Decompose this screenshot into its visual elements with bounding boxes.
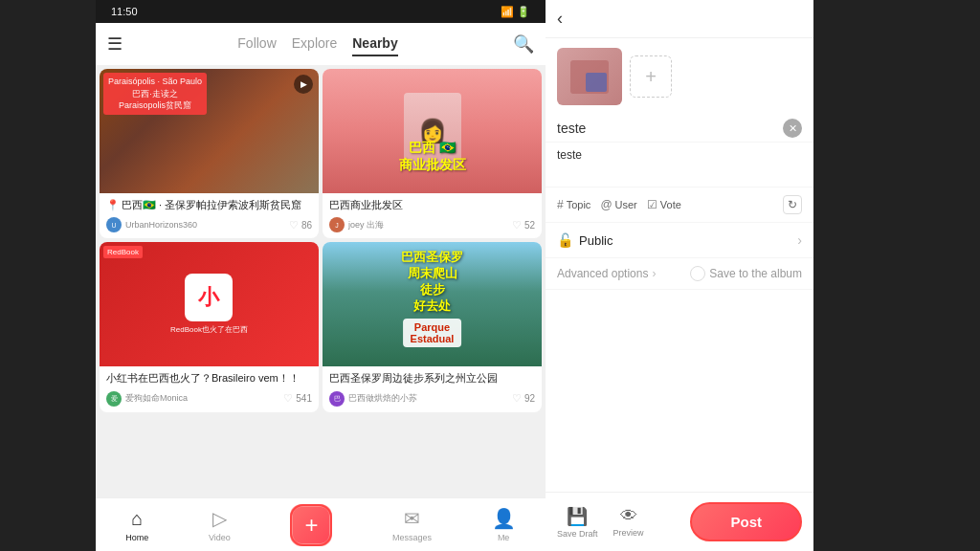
tab-video[interactable]: ▷ Video: [209, 507, 231, 542]
time: 11:50: [111, 6, 138, 17]
advanced-chevron-icon: ›: [652, 267, 656, 280]
save-album-row[interactable]: Save to the album: [690, 266, 802, 281]
add-image-button[interactable]: +: [630, 55, 672, 98]
nav-nearby[interactable]: Nearby: [352, 32, 397, 56]
public-chevron-icon: ›: [797, 232, 802, 248]
title-input[interactable]: [557, 121, 783, 136]
author-name: UrbanHorizons360: [125, 220, 197, 230]
aerial-overlay: Paraisópolis · São Paulo巴西·走读之Paraisopol…: [103, 73, 207, 115]
card-aerial[interactable]: Paraisópolis · São Paulo巴西·走读之Paraisopol…: [100, 69, 319, 238]
hashtag-user[interactable]: @ User: [600, 198, 636, 211]
save-draft-icon: 💾: [567, 506, 588, 527]
public-row[interactable]: 🔓 Public ›: [546, 223, 813, 258]
clear-title-button[interactable]: ✕: [783, 119, 802, 138]
advanced-options-row: Advanced options › Save to the album: [546, 258, 813, 290]
card-title-aerial: 📍巴西🇧🇷 · 圣保罗帕拉伊索波利斯贫民窟: [106, 198, 312, 212]
hamburger-icon[interactable]: ☰: [107, 33, 122, 55]
content-grid: Paraisópolis · São Paulo巴西·走读之Paraisopol…: [96, 65, 546, 497]
card-park[interactable]: 巴西圣保罗周末爬山徒步好去处 ParqueEstadual 巴西圣保罗周边徒步系…: [323, 242, 542, 411]
author-name-4: 巴西做烘焙的小苏: [348, 392, 417, 405]
hashtag-bar: # Topic @ User ☑ Vote ↻: [546, 187, 813, 223]
add-button[interactable]: +: [290, 504, 332, 546]
save-draft-label: Save Draft: [557, 529, 598, 539]
search-icon[interactable]: 🔍: [513, 33, 534, 55]
card-title-girl: 巴西商业批发区: [329, 198, 535, 212]
back-arrow-icon[interactable]: ‹: [557, 9, 563, 29]
card-likes-4: ♡92: [512, 392, 535, 405]
vote-icon: ☑: [647, 198, 657, 211]
public-icon: 🔓: [557, 232, 573, 248]
nav-tabs: Follow Explore Nearby: [130, 32, 505, 56]
phone-panel: 11:50 📶 🔋 ☰ Follow Explore Nearby 🔍 Para…: [96, 0, 546, 551]
refresh-button[interactable]: ↻: [783, 195, 802, 214]
footer-left: 💾 Save Draft 👁 Preview: [557, 506, 644, 539]
author-avatar-4: 巴: [329, 391, 345, 407]
advanced-options-label[interactable]: Advanced options: [557, 267, 648, 280]
card-likes-2: ♡52: [512, 219, 535, 231]
hashtag-vote[interactable]: ☑ Vote: [647, 198, 681, 211]
park-subtitle: ParqueEstadual: [403, 319, 462, 347]
card-title-redbook: 小红书在巴西也火了？Brasileiro vem！！: [106, 371, 312, 386]
tab-home[interactable]: ⌂ Home: [125, 508, 148, 542]
post-button[interactable]: Post: [690, 502, 802, 541]
tab-me[interactable]: 👤 Me: [492, 507, 516, 542]
nav-bar: ☰ Follow Explore Nearby 🔍: [96, 23, 546, 65]
save-album-checkbox[interactable]: [690, 266, 705, 281]
play-icon: ▶: [294, 75, 313, 94]
post-footer: 💾 Save Draft 👁 Preview Post: [546, 492, 813, 551]
post-panel: ‹ + ✕ # Topic @ User ☑ Vote: [546, 0, 813, 551]
preview-button[interactable]: 👁 Preview: [613, 506, 644, 539]
card-redbook[interactable]: 小 RedBook也火了在巴西 RedBook 小红书在巴西也火了？Brasil…: [100, 242, 319, 411]
topic-label: Topic: [567, 199, 591, 210]
user-label: User: [615, 199, 637, 210]
bottom-bar: ⌂ Home ▷ Video + ✉ Messages 👤 Me: [96, 497, 546, 551]
author-name-2: joey 出海: [348, 219, 384, 231]
save-album-label: Save to the album: [709, 267, 802, 280]
author-avatar-3: 爱: [106, 391, 122, 407]
hashtag-topic[interactable]: # Topic: [557, 198, 590, 211]
tab-messages[interactable]: ✉ Messages: [392, 507, 432, 542]
add-btn-highlight: [290, 504, 332, 546]
thumb-container: [557, 48, 622, 105]
card-title-park: 巴西圣保罗周边徒步系列之州立公园: [329, 371, 535, 386]
hash-icon: #: [557, 198, 564, 211]
desc-input[interactable]: [557, 148, 802, 175]
vote-label: Vote: [660, 199, 681, 210]
image-area: +: [546, 38, 813, 115]
nav-explore[interactable]: Explore: [292, 32, 337, 56]
preview-icon: 👁: [620, 506, 637, 526]
video-icon: ▷: [212, 507, 227, 530]
post-header: ‹: [546, 0, 813, 38]
save-draft-button[interactable]: 💾 Save Draft: [557, 506, 598, 539]
public-label: Public: [579, 233, 612, 248]
status-bar: 11:50 📶 🔋: [96, 0, 546, 23]
card-girl[interactable]: 👩 巴西 🇧🇷商业批发区 巴西商业批发区 J joey 出海 ♡52: [323, 69, 542, 238]
card-likes: ♡86: [289, 219, 312, 231]
messages-icon: ✉: [404, 507, 420, 530]
author-name-3: 爱狗如命Monica: [125, 392, 188, 405]
title-input-area: ✕: [546, 115, 813, 143]
status-icons: 📶 🔋: [501, 6, 530, 18]
thumb1: [557, 48, 622, 105]
author-avatar: U: [106, 217, 122, 232]
nav-follow[interactable]: Follow: [237, 32, 276, 56]
redbook-badge: RedBook: [103, 246, 143, 258]
girl-overlay: 巴西 🇧🇷商业批发区: [399, 140, 466, 174]
card-likes-3: ♡541: [283, 392, 312, 405]
park-overlay: 巴西圣保罗周末爬山徒步好去处: [330, 250, 534, 315]
author-avatar-2: J: [329, 217, 345, 232]
right-dark-panel: [813, 0, 980, 551]
me-icon: 👤: [492, 507, 516, 530]
home-icon: ⌂: [131, 508, 143, 530]
preview-label: Preview: [613, 528, 644, 538]
at-icon: @: [600, 198, 612, 211]
desc-input-area: [546, 143, 813, 187]
